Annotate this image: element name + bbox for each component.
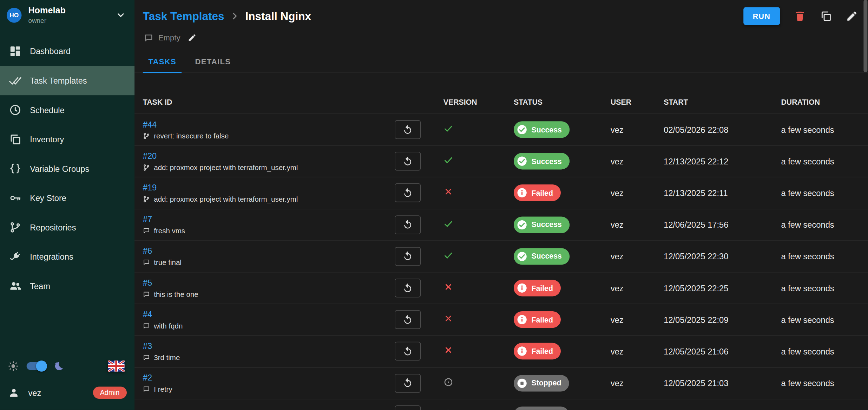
app-root: HO Homelab owner Dashboard Task Template… bbox=[0, 0, 868, 410]
status-badge: Success bbox=[514, 248, 570, 265]
rerun-button[interactable] bbox=[395, 120, 421, 139]
rerun-button[interactable] bbox=[395, 152, 421, 171]
column-user: USER bbox=[608, 98, 661, 106]
task-duration: a few seconds bbox=[778, 283, 860, 293]
sidebar-item-task-templates[interactable]: Task Templates bbox=[0, 66, 134, 96]
integrations-icon bbox=[9, 250, 21, 263]
version-cell bbox=[439, 250, 511, 262]
task-id-link[interactable]: #5 bbox=[143, 278, 381, 287]
tab-details[interactable]: DETAILS bbox=[190, 50, 236, 72]
sidebar-item-schedule[interactable]: Schedule bbox=[0, 95, 134, 125]
run-button[interactable]: RUN bbox=[743, 7, 780, 25]
sidebar-item-team[interactable]: Team bbox=[0, 271, 134, 301]
replay-icon bbox=[402, 220, 413, 230]
task-start: 12/13/2025 22:11 bbox=[661, 188, 778, 198]
rerun-button[interactable] bbox=[395, 279, 421, 298]
status-badge: Failed bbox=[514, 280, 561, 296]
user-menu[interactable]: vez Admin bbox=[0, 379, 134, 406]
task-id-link[interactable]: #20 bbox=[143, 151, 381, 161]
chevron-down-icon[interactable] bbox=[114, 9, 127, 21]
version-cell bbox=[439, 219, 511, 231]
status-icon bbox=[517, 156, 528, 167]
message-text: 3rd time bbox=[154, 353, 180, 362]
status-cell: Success bbox=[511, 153, 608, 170]
sidebar-item-key-store[interactable]: Key Store bbox=[0, 183, 134, 213]
task-id-link[interactable]: #4 bbox=[143, 310, 381, 319]
task-cell: #5 this is the one bbox=[143, 278, 381, 298]
message-text: revert: insecure to false bbox=[154, 132, 229, 140]
replay-icon bbox=[402, 156, 413, 167]
edit-template-button[interactable] bbox=[846, 10, 858, 22]
rerun-button[interactable] bbox=[395, 342, 421, 361]
sidebar-item-variable-groups[interactable]: Variable Groups bbox=[0, 154, 134, 183]
task-id-link[interactable]: #6 bbox=[143, 246, 381, 256]
status-badge: Stopped bbox=[514, 406, 569, 410]
task-duration: a few seconds bbox=[778, 378, 860, 388]
rerun-button[interactable] bbox=[395, 405, 421, 410]
repositories-icon bbox=[9, 221, 21, 234]
task-duration: a few seconds bbox=[778, 157, 860, 166]
replay-icon bbox=[402, 124, 413, 135]
status-badge: Failed bbox=[514, 343, 561, 359]
task-message: fresh vms bbox=[143, 227, 381, 235]
version-stopped-icon bbox=[443, 409, 453, 410]
branch-icon bbox=[143, 195, 150, 202]
rerun-button[interactable] bbox=[395, 184, 421, 203]
task-start: 12/05/2025 22:09 bbox=[661, 315, 778, 325]
sidebar-item-integrations[interactable]: Integrations bbox=[0, 242, 134, 272]
tab-tasks[interactable]: TASKS bbox=[143, 50, 182, 72]
project-switcher[interactable]: HO Homelab owner bbox=[0, 0, 134, 28]
status-label: Failed bbox=[531, 189, 553, 197]
sidebar-item-repositories[interactable]: Repositories bbox=[0, 213, 134, 242]
table-header: TASK ID VERSION STATUS USER START DURATI… bbox=[134, 73, 868, 114]
status-icon bbox=[517, 282, 528, 294]
project-role: owner bbox=[28, 17, 108, 24]
rerun-cell bbox=[381, 342, 439, 361]
comment-icon bbox=[143, 227, 150, 234]
replay-icon bbox=[402, 314, 413, 325]
sidebar-item-inventory[interactable]: Inventory bbox=[0, 125, 134, 154]
rerun-button[interactable] bbox=[395, 247, 421, 266]
task-user: vez bbox=[608, 125, 661, 135]
language-flag-uk-icon[interactable] bbox=[108, 360, 124, 372]
rerun-button[interactable] bbox=[395, 310, 421, 329]
task-cell: #19 add: proxmox project with terraform_… bbox=[143, 183, 381, 203]
scrollbar-thumb[interactable] bbox=[863, 0, 867, 72]
version-stopped-icon bbox=[443, 377, 453, 387]
task-start: 02/05/2026 22:08 bbox=[661, 125, 778, 135]
comment-icon bbox=[143, 322, 150, 329]
dark-mode-toggle[interactable] bbox=[27, 362, 46, 370]
rerun-cell bbox=[381, 405, 439, 410]
task-row: #5 this is the one Failed vez 12/05/2025… bbox=[134, 273, 868, 304]
main-content: Task Templates Install Nginx RUN Empty bbox=[134, 0, 868, 410]
copy-template-button[interactable] bbox=[820, 10, 832, 22]
version-cell bbox=[439, 345, 511, 358]
version-failed-icon bbox=[443, 345, 453, 355]
task-cell: #7 fresh vms bbox=[143, 214, 381, 235]
task-id-link[interactable]: #19 bbox=[143, 183, 381, 192]
column-duration: DURATION bbox=[778, 98, 860, 106]
task-duration: a few seconds bbox=[778, 252, 860, 261]
task-message: true final bbox=[143, 258, 381, 267]
comment-icon bbox=[143, 354, 150, 361]
task-row: #3 3rd time Failed vez 12/05/2025 21:06 … bbox=[134, 336, 868, 367]
sidebar-item-label: Variable Groups bbox=[30, 164, 89, 174]
breadcrumb-task-templates[interactable]: Task Templates bbox=[143, 10, 224, 22]
task-message: 3rd time bbox=[143, 353, 381, 362]
status-cell: Failed bbox=[511, 343, 608, 359]
chevron-right-icon bbox=[229, 11, 241, 22]
rerun-button[interactable] bbox=[395, 373, 421, 392]
rerun-button[interactable] bbox=[395, 215, 421, 234]
replay-icon bbox=[402, 251, 413, 262]
rerun-cell bbox=[381, 184, 439, 203]
task-id-link[interactable]: #7 bbox=[143, 214, 381, 224]
delete-template-button[interactable] bbox=[794, 10, 806, 22]
status-label: Success bbox=[531, 125, 561, 134]
edit-description-button[interactable] bbox=[188, 33, 196, 42]
task-id-link[interactable]: #2 bbox=[143, 373, 381, 382]
status-cell: Failed bbox=[511, 185, 608, 201]
task-id-link[interactable]: #44 bbox=[143, 119, 381, 129]
sidebar-item-dashboard[interactable]: Dashboard bbox=[0, 37, 134, 66]
task-id-link[interactable]: #3 bbox=[143, 341, 381, 351]
tabs: TASKS DETAILS bbox=[134, 50, 868, 73]
